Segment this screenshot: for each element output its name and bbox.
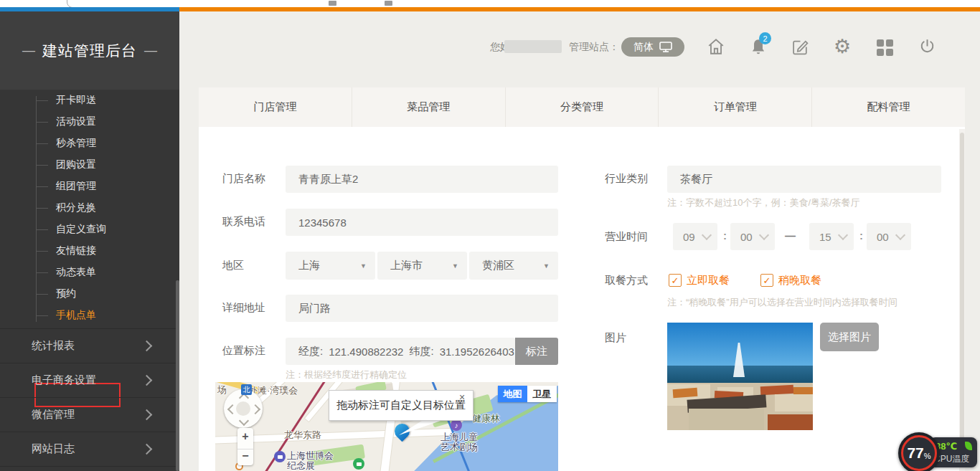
map[interactable]: 场 外滩·湾璞会 龙华东路 上海世博会 纪念展 上海儿童 艺术剧场 健康林 ♪ … <box>215 382 558 471</box>
sidebar-item[interactable]: 预约 <box>0 283 179 305</box>
industry-input[interactable]: 茶餐厅 <box>667 166 941 193</box>
region-label: 地区 <box>222 259 244 272</box>
tab-store[interactable]: 门店管理 <box>199 87 352 127</box>
map-label-theater2: 艺术剧场 <box>440 441 478 454</box>
tree-tick-icon <box>36 208 48 209</box>
pan-down-icon[interactable] <box>239 416 249 426</box>
store-name-value: 青青原上草2 <box>298 173 358 186</box>
sidebar-item[interactable]: 友情链接 <box>0 240 179 262</box>
industry-value: 茶餐厅 <box>680 173 712 186</box>
zoom-out-button[interactable]: − <box>237 449 253 462</box>
tab-orders[interactable]: 订单管理 <box>658 87 811 127</box>
tab-dishes[interactable]: 菜品管理 <box>352 87 505 127</box>
sidebar-item-label: 团购设置 <box>56 158 96 171</box>
phone-input[interactable]: 12345678 <box>286 209 558 236</box>
sidebar-section[interactable]: 统计报表 <box>0 328 179 363</box>
close-icon[interactable]: × <box>459 391 465 403</box>
city-select[interactable]: 上海市▼ <box>377 252 467 280</box>
map-label-road: 龙华东路 <box>284 429 321 442</box>
browser-icon[interactable] <box>329 1 336 6</box>
sidebar-item-active[interactable]: 手机点单 <box>0 305 179 326</box>
sidebar-item[interactable]: 活动设置 <box>0 111 179 133</box>
leaf-icon <box>965 442 972 450</box>
power-icon <box>918 37 936 55</box>
image-label: 图片 <box>605 331 626 345</box>
close-minute-select[interactable]: 00 <box>867 223 911 250</box>
sidebar-item-label: 组团管理 <box>56 180 96 193</box>
pickup-later-label[interactable]: 稍晚取餐 <box>778 274 821 287</box>
location-input[interactable]: 经度: 121.490882232 纬度: 31.1952626403 <box>286 338 515 365</box>
pickup-now-label[interactable]: 立即取餐 <box>687 274 730 287</box>
district-select[interactable]: 黄浦区▼ <box>469 252 558 280</box>
map-label: 场 <box>217 384 227 396</box>
settings-button[interactable]: ⚙ <box>834 35 851 58</box>
close-hour-select[interactable]: 15 <box>809 223 854 250</box>
lat-value: 31.1952626403 <box>440 346 514 358</box>
map-pan-control[interactable] <box>224 389 263 428</box>
open-minute-select[interactable]: 00 <box>730 223 775 250</box>
browser-icon[interactable] <box>385 1 392 6</box>
store-photo <box>667 323 813 430</box>
logout-button[interactable] <box>918 37 936 58</box>
tooltip-text: 拖动标注可自定义目标位置 <box>336 399 466 412</box>
sidebar-sections: 统计报表 电子商务设置 微信管理 网站日志 <box>0 328 179 471</box>
map-zoom-control: + − <box>237 428 253 465</box>
cpu-usage-gauge[interactable]: 77 % <box>898 432 940 471</box>
panel-scrollbar-thumb[interactable] <box>960 133 964 448</box>
edit-button[interactable] <box>791 38 809 59</box>
district-value: 黄浦区 <box>482 259 514 272</box>
cpu-percent-unit: % <box>924 452 931 460</box>
sidebar-item[interactable]: 自定义查询 <box>0 219 179 240</box>
chevron-right-icon <box>141 409 153 421</box>
address-input[interactable]: 局门路 <box>286 295 558 322</box>
sidebar-item[interactable]: 组团管理 <box>0 176 179 197</box>
map-type-switch: 地图 卫星 <box>498 386 557 402</box>
username-redacted <box>504 40 562 53</box>
language-label: 简体 <box>633 41 654 54</box>
sidebar-item-label: 手机点单 <box>56 309 96 322</box>
pickup-later-checkbox[interactable]: ✓ <box>760 274 773 287</box>
chevron-down-icon: ▼ <box>452 262 458 270</box>
pickup-note: 注：“稍晚取餐”用户可以选择在营业时间内选择取餐时间 <box>667 296 897 309</box>
check-icon: ✓ <box>763 276 771 285</box>
tab-ingredients[interactable]: 配料管理 <box>811 87 965 127</box>
pan-right-icon[interactable] <box>250 404 260 414</box>
zoom-in-button[interactable]: + <box>237 430 253 443</box>
tree-tick-icon <box>36 294 48 295</box>
map-type-satellite-button[interactable]: 卫星 <box>527 386 557 402</box>
sidebar-section[interactable]: 电子商务设置 <box>0 363 179 397</box>
sidebar-section[interactable]: 网站日志 <box>0 432 179 466</box>
home-button[interactable] <box>707 37 725 59</box>
tree-tick-icon <box>36 165 48 166</box>
sidebar-item[interactable]: 动态表单 <box>0 262 179 283</box>
location-note: 注：根据经纬度进行精确定位 <box>286 368 407 381</box>
tab-categories[interactable]: 分类管理 <box>505 87 659 127</box>
map-label-park: 健康林 <box>472 412 500 425</box>
sidebar-item-label: 预约 <box>56 287 76 300</box>
map-label-expo2: 纪念展 <box>287 460 315 471</box>
sidebar-item[interactable]: 团购设置 <box>0 154 179 176</box>
choose-image-button[interactable]: 选择图片 <box>820 323 879 351</box>
store-name-input[interactable]: 青青原上草2 <box>286 166 558 193</box>
sidebar-header: — 建站管理后台 — <box>0 11 179 90</box>
pickup-now-checkbox[interactable]: ✓ <box>669 274 682 287</box>
apps-button[interactable] <box>877 39 893 56</box>
map-type-map-button[interactable]: 地图 <box>498 386 527 402</box>
sidebar-scrollbar[interactable] <box>176 280 179 471</box>
lng-value: 121.490882232 <box>329 346 403 358</box>
sidebar-item[interactable]: 积分兑换 <box>0 197 179 219</box>
sidebar-item[interactable]: 开卡即送 <box>0 90 179 111</box>
tree-tick-icon <box>36 143 48 144</box>
lng-label: 经度: <box>298 345 323 358</box>
mark-button[interactable]: 标注 <box>515 338 558 365</box>
sidebar-item[interactable]: 秒杀管理 <box>0 133 179 154</box>
section-label: 电子商务设置 <box>32 374 96 387</box>
province-select[interactable]: 上海▼ <box>286 252 375 280</box>
phone-label: 联系电话 <box>222 215 265 229</box>
language-pill-button[interactable]: 简体 <box>621 37 684 57</box>
sidebar-item-label: 动态表单 <box>56 266 96 279</box>
chevron-right-icon <box>141 375 153 386</box>
sidebar-section[interactable]: 微信管理 <box>0 397 179 432</box>
open-hour-select[interactable]: 09 <box>673 223 717 250</box>
time-colon: : <box>859 229 863 242</box>
